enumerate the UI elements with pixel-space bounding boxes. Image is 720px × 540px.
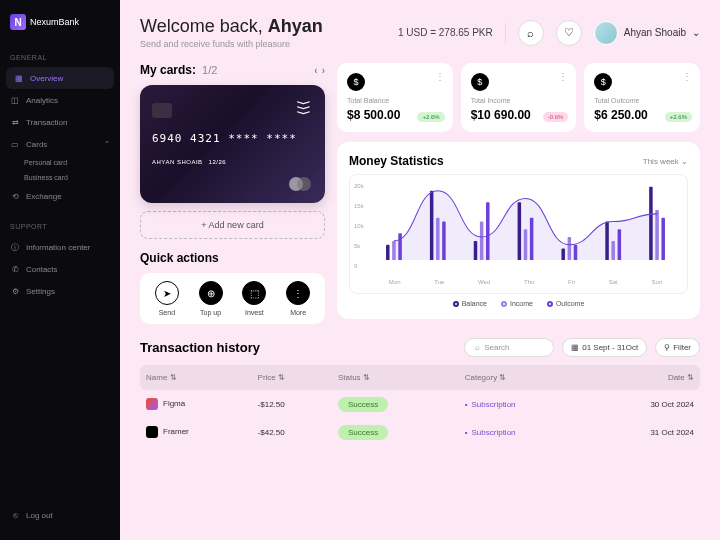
svg-rect-8 — [486, 202, 490, 260]
framer-icon — [146, 426, 158, 438]
avatar — [594, 21, 618, 45]
contactless-icon: ⟩⟩⟩ — [296, 100, 312, 115]
section-general: GENERAL — [0, 48, 120, 67]
chart-period[interactable]: This week ⌄ — [643, 157, 688, 166]
more-icon[interactable]: ⋮ — [682, 71, 692, 82]
quick-title: Quick actions — [140, 251, 325, 265]
svg-rect-15 — [605, 222, 609, 261]
stat-label: Total Outcome — [594, 97, 690, 104]
svg-rect-20 — [661, 218, 665, 260]
nav-settings[interactable]: ⚙Settings — [0, 280, 120, 302]
more-icon[interactable]: ⋮ — [558, 71, 568, 82]
col-price[interactable]: Price ⇅ — [252, 365, 332, 390]
credit-card[interactable]: ⟩⟩⟩ 6940 4321 **** **** AHYAN SHOAIB12/2… — [140, 85, 325, 203]
user-menu[interactable]: Ahyan Shoaib ⌄ — [594, 21, 700, 45]
stat-2: ⋮ $ Total Outcome $6 250.00 +2.6% — [584, 63, 700, 132]
qa-send[interactable]: ➤ Send — [148, 281, 186, 316]
nav-cards[interactable]: ▭Cards⌃ — [0, 133, 120, 155]
nav-overview[interactable]: ▦Overview — [6, 67, 114, 89]
nav-contacts[interactable]: ✆Contacts — [0, 258, 120, 280]
svg-rect-2 — [398, 233, 402, 260]
chart-title: Money Statistics — [349, 154, 444, 168]
svg-rect-19 — [655, 210, 659, 260]
nav-transaction[interactable]: ⇄Transaction — [0, 111, 120, 133]
gear-icon: ⚙ — [10, 286, 20, 296]
main-content: Welcome back, Ahyan Send and receive fun… — [120, 0, 720, 540]
svg-rect-9 — [518, 202, 522, 260]
more-icon[interactable]: ⋮ — [435, 71, 445, 82]
stat-label: Total Balance — [347, 97, 443, 104]
exchange-rate: 1 USD = 278.65 PKR — [398, 27, 493, 38]
legend-balance: Balance — [453, 300, 487, 307]
category: Subscription — [465, 428, 516, 437]
figma-icon — [146, 398, 158, 410]
notifications-button[interactable]: ♡ — [556, 20, 582, 46]
history-table: Name ⇅Price ⇅Status ⇅Category ⇅Date ⇅ Fi… — [140, 365, 700, 446]
dollar-icon: $ — [471, 73, 489, 91]
search-icon: ⌕ — [475, 343, 480, 352]
chart-card: Money Statistics This week ⌄ 20k15k10k5k… — [337, 142, 700, 319]
add-card-button[interactable]: + Add new card — [140, 211, 325, 239]
send-icon: ➤ — [155, 281, 179, 305]
chevron-up-icon: ⌃ — [104, 140, 110, 148]
card-number: 6940 4321 **** **** — [152, 132, 313, 145]
logout-icon: ⎋ — [10, 510, 20, 520]
transaction-history: Transaction history ⌕Search ▦01 Sept - 3… — [140, 338, 700, 446]
nav-info[interactable]: ⓘInformation center — [0, 236, 120, 258]
bell-icon: ♡ — [564, 26, 574, 39]
svg-rect-11 — [530, 218, 534, 260]
nav-logout[interactable]: ⎋Log out — [0, 504, 120, 526]
category: Subscription — [465, 400, 516, 409]
dollar-icon: $ — [594, 73, 612, 91]
status-badge: Success — [338, 397, 388, 412]
cards-next[interactable]: › — [322, 65, 325, 76]
svg-rect-1 — [392, 241, 396, 260]
cards-prev[interactable]: ‹ — [314, 65, 317, 76]
nav-personal-card[interactable]: Personal card — [24, 155, 120, 170]
swap-icon: ⇄ — [10, 117, 20, 127]
filter-icon: ⚲ — [664, 343, 670, 352]
table-row[interactable]: Framer -$42.50 Success Subscription 31 O… — [140, 418, 700, 446]
mastercard-icon — [289, 177, 311, 191]
history-title: Transaction history — [140, 340, 456, 355]
invest-icon: ⬚ — [242, 281, 266, 305]
brand-logo[interactable]: N NexumBank — [0, 14, 120, 48]
svg-rect-5 — [442, 222, 446, 261]
qa-top-up[interactable]: ⊕ Top up — [192, 281, 230, 316]
chart-area: 20k15k10k5k0 MonTueWedThuFriSatSun — [349, 174, 688, 294]
nav-exchange[interactable]: ⟲Exchange — [0, 185, 120, 207]
dollar-icon: $ — [347, 73, 365, 91]
top up-icon: ⊕ — [199, 281, 223, 305]
calendar-icon: ▦ — [571, 343, 579, 352]
phone-icon: ✆ — [10, 264, 20, 274]
search-button[interactable]: ⌕ — [518, 20, 544, 46]
welcome-title: Welcome back, Ahyan — [140, 16, 386, 37]
legend-outcome: Outcome — [547, 300, 584, 307]
svg-rect-4 — [436, 218, 440, 260]
stat-badge: +2.6% — [665, 112, 692, 122]
nav-business-card[interactable]: Business card — [24, 170, 120, 185]
nav-cards-sub: Personal card Business card — [0, 155, 120, 185]
table-row[interactable]: Figma -$12.50 Success Subscription 30 Oc… — [140, 390, 700, 418]
card-holder: AHYAN SHOAIB12/26 — [152, 159, 313, 165]
quick-actions: Quick actions ➤ Send ⊕ Top up ⬚ Invest ⋮… — [140, 251, 325, 324]
date-range-button[interactable]: ▦01 Sept - 31Oct — [562, 338, 647, 357]
qa-more[interactable]: ⋮ More — [279, 281, 317, 316]
col-date[interactable]: Date ⇅ — [587, 365, 700, 390]
refresh-icon: ⟲ — [10, 191, 20, 201]
col-category[interactable]: Category ⇅ — [459, 365, 587, 390]
history-search[interactable]: ⌕Search — [464, 338, 554, 357]
qa-invest[interactable]: ⬚ Invest — [236, 281, 274, 316]
nav-analytics[interactable]: ◫Analytics — [0, 89, 120, 111]
svg-rect-0 — [386, 245, 390, 260]
chevron-down-icon: ⌄ — [692, 27, 700, 38]
svg-rect-3 — [430, 191, 434, 260]
col-name[interactable]: Name ⇅ — [140, 365, 252, 390]
welcome-subtitle: Send and receive funds with pleasure — [140, 39, 386, 49]
status-badge: Success — [338, 425, 388, 440]
filter-button[interactable]: ⚲Filter — [655, 338, 700, 357]
stat-badge: +2.6% — [417, 112, 444, 122]
col-status[interactable]: Status ⇅ — [332, 365, 459, 390]
svg-rect-18 — [649, 187, 653, 260]
svg-rect-16 — [611, 241, 615, 260]
